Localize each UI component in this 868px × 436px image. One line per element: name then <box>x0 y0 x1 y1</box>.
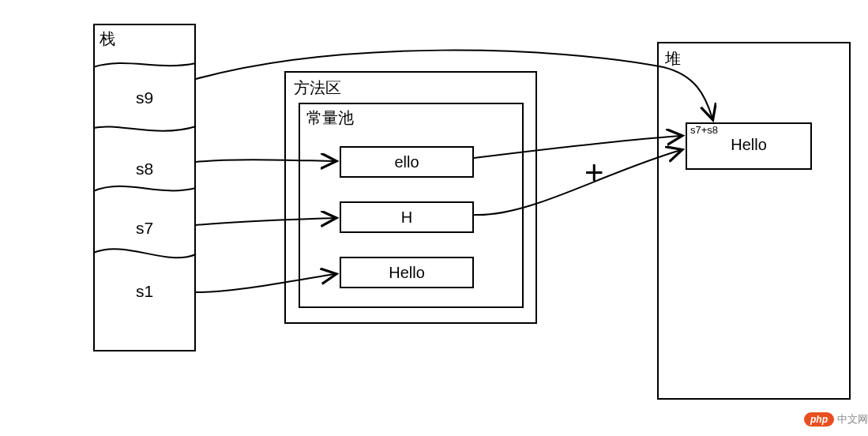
diagram-root: 栈 s9 s8 s7 s1 方法区 常量池 ello H Hello 堆 s7+… <box>0 0 868 436</box>
stack-box: 栈 s9 s8 s7 s1 <box>93 24 196 351</box>
heap-box: 堆 <box>657 42 851 400</box>
heap-object-value: Hello <box>687 136 810 154</box>
heap-title: 堆 <box>665 48 681 70</box>
heap-object-note: s7+s8 <box>687 124 810 136</box>
constant-pool-title: 常量池 <box>306 107 354 129</box>
pool-entry-hello: Hello <box>340 257 474 288</box>
method-area-title: 方法区 <box>294 77 341 99</box>
watermark-text: 中文网 <box>837 412 868 427</box>
pool-entry-h: H <box>340 201 474 233</box>
plus-operator: + <box>584 154 604 192</box>
stack-cell-s7: s7 <box>95 219 194 238</box>
heap-object: s7+s8 Hello <box>686 122 812 170</box>
watermark: php 中文网 <box>804 412 868 427</box>
watermark-badge: php <box>804 412 834 427</box>
pool-entry-ello: ello <box>340 146 474 178</box>
stack-cell-s9: s9 <box>95 88 194 107</box>
stack-title: 栈 <box>100 28 115 50</box>
stack-cell-s1: s1 <box>95 282 194 301</box>
stack-cell-s8: s8 <box>95 160 194 179</box>
